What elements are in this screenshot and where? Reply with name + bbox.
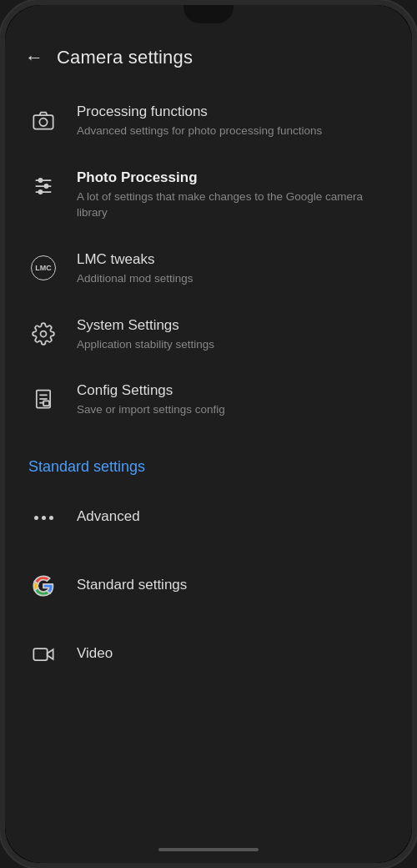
menu-title-lmc-tweaks: LMC tweaks [77,251,193,268]
main-menu-section: Processing functions Advanced settings f… [5,88,412,442]
menu-item-standard-settings[interactable]: Standard settings [5,551,412,619]
video-icon [28,639,58,669]
menu-title-system-settings: System Settings [77,317,214,334]
back-button[interactable]: ← [25,47,43,68]
menu-item-photo-processing[interactable]: Photo Processing A lot of settings that … [5,154,412,236]
camera-icon [28,105,58,135]
menu-item-config-settings[interactable]: Config Settings Save or import settings … [5,367,412,433]
standard-settings-section-label: Standard settings [5,442,412,482]
menu-title-processing-functions: Processing functions [77,103,322,120]
menu-item-video[interactable]: Video [5,619,412,688]
standard-menu-section: Advanced Standard settings [5,482,412,696]
menu-title-config-settings: Config Settings [77,382,225,399]
menu-item-lmc-tweaks[interactable]: LMC LMC tweaks Additional mod settings [5,236,412,302]
menu-item-system-settings[interactable]: System Settings Application stability se… [5,302,412,368]
svg-point-7 [38,189,43,194]
menu-subtitle-system-settings: Application stability settings [77,337,214,353]
dots-icon [28,502,58,532]
menu-text-processing-functions: Processing functions Advanced settings f… [77,103,322,139]
gear-icon [28,319,58,349]
page-title: Camera settings [57,47,193,68]
menu-text-config-settings: Config Settings Save or import settings … [77,382,225,418]
menu-subtitle-config-settings: Save or import settings config [77,402,225,418]
menu-item-advanced[interactable]: Advanced [5,482,412,551]
dot1 [34,516,38,520]
lmc-icon: LMC [28,253,58,283]
menu-text-system-settings: System Settings Application stability se… [77,317,214,353]
menu-subtitle-photo-processing: A lot of settings that make changes to t… [77,189,389,221]
menu-text-photo-processing: Photo Processing A lot of settings that … [77,169,389,221]
phone-inner: ← Camera settings Processing functi [5,5,412,863]
menu-title-photo-processing: Photo Processing [77,169,389,186]
svg-rect-14 [33,648,47,660]
dot2 [42,516,46,520]
lmc-circle: LMC [31,255,56,280]
menu-title-video: Video [77,645,113,662]
menu-title-advanced: Advanced [77,508,140,525]
volume-button [0,172,2,222]
menu-subtitle-lmc-tweaks: Additional mod settings [77,271,193,287]
menu-title-standard-settings: Standard settings [77,577,187,593]
notch [183,5,234,23]
menu-item-processing-functions[interactable]: Processing functions Advanced settings f… [5,88,412,154]
menu-subtitle-processing-functions: Advanced settings for photo processing f… [77,124,322,139]
svg-rect-0 [33,115,53,129]
screen: ← Camera settings Processing functi [5,5,412,863]
sliders-icon [28,171,58,201]
svg-point-1 [39,119,47,126]
google-icon [28,571,58,601]
dot3 [49,516,53,520]
home-indicator [158,848,259,851]
phone-frame: ← Camera settings Processing functi [0,0,417,868]
svg-point-6 [44,184,49,189]
menu-text-lmc-tweaks: LMC tweaks Additional mod settings [77,251,193,287]
config-icon [28,384,58,414]
svg-point-8 [41,331,47,336]
svg-point-5 [38,178,43,183]
svg-marker-15 [48,650,53,660]
header: ← Camera settings [5,30,412,88]
